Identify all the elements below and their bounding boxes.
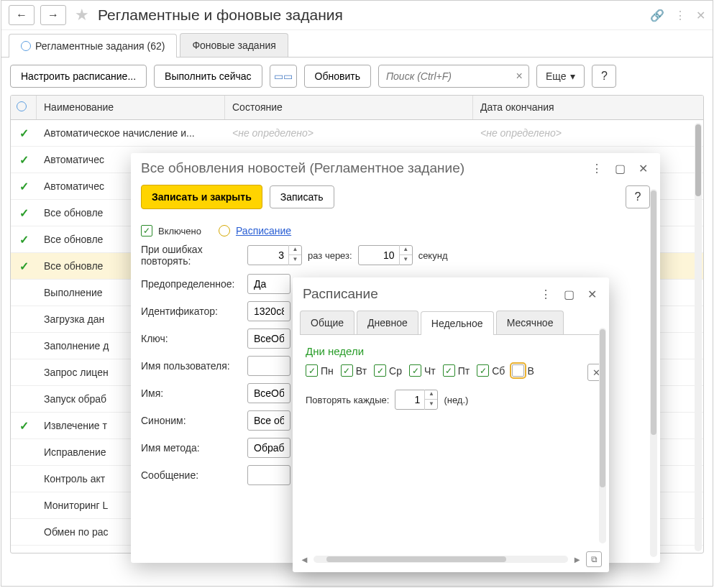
grid-vscroll-thumb[interactable]	[695, 124, 701, 196]
id-field[interactable]	[247, 301, 290, 321]
grid-header: Наименование Состояние Дата окончания	[11, 96, 703, 120]
retry-interval-field[interactable]	[359, 249, 399, 261]
expand-icon[interactable]: ⧉	[586, 551, 602, 567]
spin-down-icon[interactable]: ▼	[400, 255, 412, 265]
weekday-checkbox[interactable]: ✓	[443, 364, 455, 377]
search-clear-icon[interactable]: ×	[516, 70, 523, 83]
enabled-checkbox[interactable]: ✓	[141, 225, 152, 236]
refresh-button[interactable]: Обновить	[304, 65, 371, 88]
predefined-field[interactable]	[247, 274, 290, 294]
weekday-label: Вт	[356, 365, 367, 377]
weekday-checkbox[interactable]: ✓	[409, 364, 421, 377]
modal1-vscroll-thumb[interactable]	[651, 190, 656, 435]
save-button[interactable]: Записать	[270, 185, 334, 208]
name-label: Имя:	[141, 387, 242, 399]
tab-background[interactable]: Фоновые задания	[180, 33, 288, 57]
col-date-header[interactable]: Дата окончания	[473, 96, 703, 119]
spin-down-icon[interactable]: ▼	[425, 400, 437, 410]
main-tabs: Регламентные задания (62) Фоновые задани…	[1, 30, 713, 58]
name-field[interactable]	[247, 383, 290, 403]
retry-count-input[interactable]: ▲▼	[247, 245, 302, 265]
message-field[interactable]	[247, 465, 290, 485]
schedule-link[interactable]: Расписание	[236, 225, 291, 236]
scroll-right-icon[interactable]: ►	[572, 554, 582, 565]
close-icon[interactable]: ✕	[696, 9, 705, 22]
retry-count-field[interactable]	[248, 249, 288, 261]
retry-interval-input[interactable]: ▲▼	[358, 245, 413, 265]
weekday-item[interactable]: ✓Ср	[374, 364, 402, 377]
tab-background-label: Фоновые задания	[192, 40, 275, 51]
seconds-label: секунд	[418, 250, 448, 261]
enabled-label: Включено	[158, 226, 201, 236]
search-box[interactable]: ×	[378, 65, 529, 88]
run-now-button[interactable]: Выполнить сейчас	[154, 65, 262, 88]
star-icon[interactable]: ★	[75, 6, 89, 24]
modal2-vscroll[interactable]	[599, 328, 606, 543]
weekday-item[interactable]: ✓Сб	[477, 364, 505, 377]
weekday-item[interactable]: ✓Пт	[443, 364, 470, 377]
synonym-label: Синоним:	[141, 415, 242, 426]
tab-scheduled-label: Регламентные задания (62)	[35, 40, 165, 52]
close-icon[interactable]: ✕	[585, 288, 599, 301]
synonym-field[interactable]	[247, 410, 290, 431]
schedule-modal-title: Расписание	[303, 286, 530, 302]
tab-weekly[interactable]: Недельное	[421, 311, 494, 335]
weekday-item[interactable]: ✓Чт	[409, 364, 436, 377]
col-state-header[interactable]: Состояние	[225, 96, 473, 119]
maximize-icon[interactable]: ▢	[613, 162, 627, 175]
kebab-icon[interactable]: ⋮	[590, 162, 604, 175]
maximize-icon[interactable]: ▢	[562, 288, 576, 301]
scroll-left-icon[interactable]: ◄	[300, 554, 309, 565]
save-close-button[interactable]: Записать и закрыть	[141, 185, 262, 209]
icon-button[interactable]: ▭▭	[270, 65, 297, 88]
weekday-checkbox[interactable]: ✓	[477, 364, 489, 377]
weekday-checkbox[interactable]: ✓	[341, 364, 353, 377]
close-icon[interactable]: ✕	[636, 162, 650, 175]
weekday-item[interactable]: ✓Пн	[306, 364, 334, 377]
configure-schedule-button[interactable]: Настроить расписание...	[10, 65, 147, 88]
weekday-checkbox[interactable]: ✓	[374, 364, 386, 377]
weekday-label: В	[527, 365, 534, 377]
modal2-vscroll-thumb[interactable]	[600, 329, 605, 487]
grid-vscroll[interactable]	[695, 123, 702, 551]
kebab-icon[interactable]: ⋮	[674, 9, 686, 22]
weekday-checkbox[interactable]	[512, 364, 524, 377]
key-field[interactable]	[247, 329, 290, 349]
modal2-hscroll-thumb[interactable]	[326, 556, 506, 562]
search-input[interactable]	[385, 70, 516, 83]
weekdays-row: ✓Пн✓Вт✓Ср✓Чт✓Пт✓СбВ	[306, 364, 596, 377]
col-name-header[interactable]: Наименование	[37, 96, 225, 119]
forward-button[interactable]: →	[40, 5, 66, 25]
row-name: Автоматическое начисление и...	[37, 127, 225, 139]
table-row[interactable]: ✓Автоматическое начисление и...<не опред…	[11, 120, 703, 147]
tab-common[interactable]: Общие	[300, 311, 354, 334]
weekday-checkbox[interactable]: ✓	[306, 364, 318, 377]
repeat-weeks-input[interactable]: ▲▼	[395, 390, 438, 410]
tab-monthly[interactable]: Месячное	[496, 311, 564, 334]
repeat-weeks-field[interactable]	[395, 394, 424, 405]
spin-down-icon[interactable]: ▼	[289, 255, 301, 265]
back-button[interactable]: ←	[9, 5, 35, 25]
spin-up-icon[interactable]: ▲	[400, 245, 412, 255]
modal1-vscroll[interactable]	[650, 189, 657, 557]
modal-help-button[interactable]: ?	[626, 185, 650, 208]
weeks-label: (нед.)	[444, 395, 468, 405]
more-button[interactable]: Еще ▾	[536, 65, 585, 88]
weekday-label: Ср	[389, 365, 402, 377]
main-window: ← → ★ Регламентные и фоновые задания 🔗 ⋮…	[1, 0, 713, 587]
weekday-item[interactable]: В	[512, 364, 534, 377]
spin-up-icon[interactable]: ▲	[425, 390, 437, 400]
weekday-item[interactable]: ✓Вт	[341, 364, 367, 377]
username-field[interactable]	[247, 356, 290, 376]
link-icon[interactable]: 🔗	[650, 9, 664, 22]
tab-daily[interactable]: Дневное	[357, 311, 418, 334]
method-field[interactable]	[247, 438, 290, 458]
task-modal-title: Все обновления новостей (Регламентное за…	[141, 160, 581, 176]
help-button[interactable]: ?	[592, 65, 616, 88]
row-date: <не определено>	[473, 127, 703, 139]
schedule-modal-header: Расписание ⋮ ▢ ✕	[293, 277, 609, 305]
modal2-hscroll[interactable]	[313, 556, 568, 563]
tab-scheduled[interactable]: Регламентные задания (62)	[9, 34, 177, 58]
kebab-icon[interactable]: ⋮	[539, 288, 553, 301]
spin-up-icon[interactable]: ▲	[289, 245, 301, 255]
